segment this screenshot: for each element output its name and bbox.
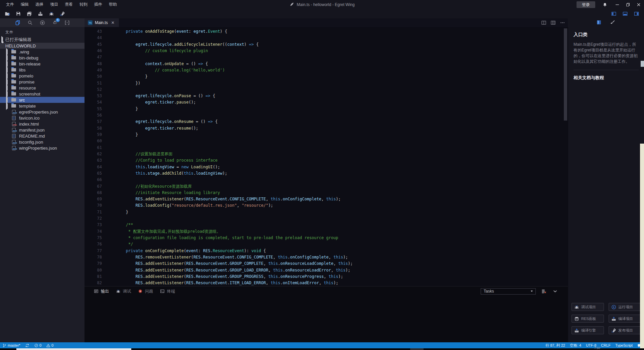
status-TypeScript[interactable]: TypeScript [613,342,635,348]
egret-doc-icon[interactable] [596,20,602,26]
new-project-icon[interactable] [3,10,11,18]
tab-main-ts[interactable]: TS Main.ts ✕ [85,18,119,27]
tree-item-wingProperties.json[interactable]: JSONwingProperties.json [0,145,85,151]
line-content[interactable]: egret.ticker.pause(); [102,99,196,106]
line-content[interactable]: RES.removeEventListener(RES.ResourceEven… [102,254,348,260]
layout-right-icon[interactable] [633,11,639,17]
tree-item-template[interactable]: template [0,103,85,109]
line-content[interactable]: this.loadingView = new LoadingUI(); [102,164,220,170]
publish-icon[interactable] [58,10,66,18]
tree-item-favicon.ico[interactable]: favicon.ico [0,115,85,121]
login-button[interactable]: 登录 [577,1,595,8]
tree-item-已打开编辑器[interactable]: 已打开编辑器 [0,37,85,43]
tree-item-libs[interactable]: libs [0,67,85,73]
line-content[interactable] [102,35,107,41]
tree-item-egretProperties.json[interactable]: JSONegretProperties.json [0,109,85,115]
line-content[interactable]: RES.loadConfig("resource/default.res.jso… [102,202,273,209]
line-content[interactable]: egret.lifecycle.onResume = () => { [102,119,217,125]
line-content[interactable]: context.onUpdate = () => { [102,61,208,67]
minimize-button[interactable] [612,0,623,9]
menu-选择[interactable]: 选择 [32,0,47,9]
menu-项目[interactable]: 项目 [47,0,61,9]
button-发布项目[interactable]: 发布项目 [609,326,641,334]
line-content[interactable]: egret.lifecycle.addLifecycleListener((co… [102,41,259,48]
status-master*[interactable]: master* [0,342,23,348]
search-icon[interactable] [27,19,33,26]
more-actions-icon[interactable] [559,19,566,26]
debug-icon[interactable] [47,10,55,18]
line-content[interactable]: * 配置文件加载完成,开始预加载preload资源组。 [102,228,220,235]
line-content[interactable] [102,54,107,60]
code-editor[interactable]: 43 private onAddToStage(event: egret.Eve… [85,27,568,286]
brush-icon[interactable] [610,20,616,26]
line-content[interactable]: //initiate Resource loading library [102,190,220,196]
line-content[interactable] [102,177,107,183]
menu-查看[interactable]: 查看 [61,0,76,9]
panel-tab-终端[interactable]: 终端 [160,289,175,294]
tree-item-bin-release[interactable]: bin-release [0,61,85,67]
debug-icon[interactable] [39,19,46,26]
line-content[interactable]: RES.addEventListener(RES.ResourceEvent.G… [102,267,350,274]
layout-left-icon[interactable] [611,11,617,17]
tree-item-screenshot[interactable]: screenshot [0,91,85,97]
split-editor-icon[interactable] [550,19,556,26]
menu-文件[interactable]: 文件 [3,0,17,9]
tree-item-promise[interactable]: promise [0,79,85,85]
button-编译引擎[interactable]: 编译引擎 [572,326,604,334]
status-空格: 4[interactable]: 空格: 4 [568,342,584,348]
line-content[interactable]: } [102,209,128,215]
line-content[interactable] [102,138,107,144]
tree-item-bin-debug[interactable]: bin-debug [0,55,85,61]
line-content[interactable] [102,145,107,151]
save-icon[interactable] [14,10,22,18]
open-preview-icon[interactable] [540,19,547,26]
tree-item-manifest.json[interactable]: JSONmanifest.json [0,127,85,133]
tasks-dropdown[interactable]: Tasks [481,288,536,295]
line-content[interactable]: * configuration file loading is complete… [102,235,338,241]
status-行 87, 列 22[interactable]: 行 87, 列 22 [543,342,568,348]
scope-icon[interactable] [64,19,70,26]
status-0[interactable]: 0 [32,342,44,348]
line-content[interactable]: } [102,73,148,80]
button-运行项目[interactable]: 运行项目 [609,303,641,311]
tree-item-HELLOWORLD[interactable]: HELLOWORLD [0,43,85,49]
button-调试项目[interactable]: 调试项目 [572,303,604,311]
panel-tab-问题[interactable]: 问题 [138,289,153,294]
panel-tab-输出[interactable]: 输出 [94,289,109,294]
menu-插件[interactable]: 插件 [91,0,106,9]
line-content[interactable]: }) [102,80,140,86]
line-content[interactable]: RES.addEventListener(RES.ResourceEvent.G… [102,260,353,267]
collapse-panel-icon[interactable] [552,288,558,295]
line-content[interactable]: egret.ticker.resume(); [102,125,198,132]
line-content[interactable] [102,112,107,119]
editor-scrollbar[interactable] [564,28,567,121]
line-content[interactable]: RES.addEventListener(RES.ResourceEvent.C… [102,196,341,202]
button-RES面板[interactable]: RES面板 [572,315,604,323]
line-content[interactable]: /** [102,222,133,228]
extensions-icon[interactable]: 5 [51,19,58,26]
status-0[interactable]: 0 [44,342,56,348]
save-all-icon[interactable] [25,10,33,18]
tree-item-.wing[interactable]: .wing [0,49,85,55]
line-content[interactable]: */ [102,241,133,247]
line-content[interactable]: private onAddToStage(event: egret.Event)… [102,28,227,35]
install-icon[interactable] [36,10,44,18]
line-content[interactable]: egret.lifecycle.onPause = () => { [102,93,215,99]
menu-转到[interactable]: 转到 [76,0,91,9]
tree-item-tsconfig.json[interactable]: JSONtsconfig.json [0,139,85,145]
close-button[interactable] [633,0,644,9]
line-content[interactable]: //Config to load process interface [102,157,217,164]
tree-item-README.md[interactable]: README.md [0,133,85,139]
status-sync[interactable] [23,342,32,348]
menu-编辑[interactable]: 编辑 [17,0,32,9]
line-content[interactable]: RES.addEventListener(RES.ResourceEvent.G… [102,274,343,280]
line-content[interactable]: this.stage.addChild(this.loadingView); [102,170,227,177]
tab-close-icon[interactable]: ✕ [110,20,116,25]
layout-bottom-icon[interactable] [622,11,628,17]
tree-item-index.html[interactable]: HTMLindex.html [0,121,85,127]
line-content[interactable]: RES.addEventListener(RES.ResourceEvent.I… [102,280,338,286]
tree-item-resource[interactable]: resource [0,85,85,91]
tree-item-pomelo[interactable]: pomelo [0,73,85,79]
maximize-button[interactable] [623,0,633,9]
line-content[interactable]: } [102,106,138,112]
